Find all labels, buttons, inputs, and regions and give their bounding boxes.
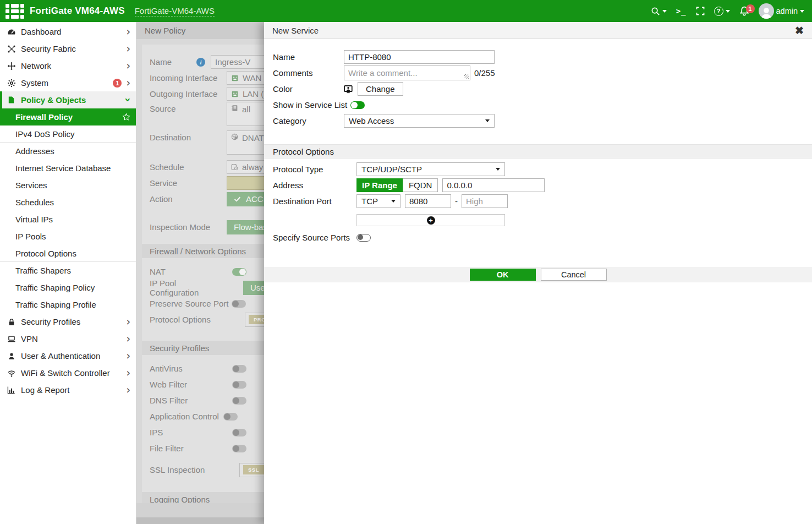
sidebar-item-security-fabric[interactable]: Security Fabric › bbox=[0, 40, 136, 57]
caret-down-icon bbox=[726, 10, 730, 13]
chevron-right-icon: › bbox=[126, 26, 130, 37]
sidebar-item-label: User & Authentication bbox=[21, 351, 100, 361]
ip-range-button[interactable]: IP Range bbox=[356, 178, 403, 192]
color-swatch-icon bbox=[344, 85, 353, 94]
sidebar-item-label: Security Fabric bbox=[21, 44, 76, 53]
sidebar-item-network[interactable]: Network › bbox=[0, 57, 136, 74]
security-fabric-icon bbox=[7, 45, 16, 53]
sidebar-item-security-profiles[interactable]: Security Profiles › bbox=[0, 313, 136, 330]
service-comments-row: Comments 0/255 bbox=[264, 65, 812, 81]
category-select[interactable]: Web Access bbox=[344, 114, 495, 128]
username-label: admin bbox=[776, 7, 798, 15]
terminal-icon: >_ bbox=[676, 7, 687, 15]
sidebar-item-protocol-options[interactable]: Protocol Options bbox=[0, 245, 136, 262]
sidebar-item-label: Traffic Shaping Policy bbox=[15, 283, 95, 292]
search-button[interactable] bbox=[651, 7, 667, 16]
show-in-service-list-toggle[interactable] bbox=[350, 101, 365, 109]
sidebar-item-wifi-switch-controller[interactable]: WiFi & Switch Controller › bbox=[0, 364, 136, 381]
notifications-button[interactable]: 1 bbox=[739, 6, 749, 16]
sidebar-item-log-report[interactable]: Log & Report › bbox=[0, 381, 136, 399]
chevron-right-icon: › bbox=[126, 385, 130, 395]
sidebar-item-services[interactable]: Services bbox=[0, 177, 136, 194]
sidebar-item-label: VPN bbox=[21, 334, 38, 343]
close-icon[interactable]: ✖ bbox=[795, 25, 804, 36]
destination-port-row: Destination Port TCP - bbox=[264, 193, 812, 209]
sidebar-item-policy-objects[interactable]: Policy & Objects › bbox=[0, 91, 136, 108]
change-color-button[interactable]: Change bbox=[358, 82, 403, 96]
sidebar-item-traffic-shaping-profile[interactable]: Traffic Shaping Profile bbox=[0, 296, 136, 313]
port-low-input[interactable] bbox=[405, 194, 451, 208]
caret-down-icon bbox=[391, 200, 396, 203]
star-icon[interactable] bbox=[122, 113, 130, 121]
caret-down-icon bbox=[662, 10, 667, 13]
sidebar-item-label: Internet Service Database bbox=[15, 163, 111, 173]
comments-textarea[interactable] bbox=[344, 66, 470, 80]
sidebar-item-system[interactable]: System 1 › bbox=[0, 74, 136, 91]
service-name-input[interactable] bbox=[344, 50, 495, 64]
chevron-down-icon: › bbox=[123, 98, 134, 102]
help-icon: ? bbox=[714, 7, 723, 16]
sidebar-item-traffic-shaping-policy[interactable]: Traffic Shaping Policy bbox=[0, 279, 136, 296]
new-service-dialog: New Service ✖ Name Comments 0/255 bbox=[264, 22, 812, 524]
sidebar-item-label: Dashboard bbox=[21, 27, 61, 36]
user-icon bbox=[7, 352, 16, 360]
chevron-right-icon: › bbox=[126, 43, 130, 54]
chevron-right-icon: › bbox=[126, 368, 130, 378]
plus-icon: + bbox=[427, 216, 435, 225]
sidebar-item-internet-service-database[interactable]: Internet Service Database bbox=[0, 160, 136, 177]
product-title: FortiGate VM64-AWS bbox=[30, 6, 125, 17]
add-port-range-button[interactable]: + bbox=[356, 214, 505, 226]
sidebar-nav: Dashboard › Security Fabric › Network › … bbox=[0, 22, 136, 524]
chevron-right-icon: › bbox=[126, 351, 130, 361]
protocol-options-header: Protocol Options bbox=[264, 144, 812, 159]
ip-range-input[interactable] bbox=[442, 178, 545, 192]
sidebar-item-label: Virtual IPs bbox=[15, 215, 53, 224]
sidebar-item-user-authentication[interactable]: User & Authentication › bbox=[0, 347, 136, 364]
laptop-icon bbox=[7, 335, 16, 343]
sidebar-item-ip-pools[interactable]: IP Pools bbox=[0, 228, 136, 245]
sidebar-item-label: Traffic Shapers bbox=[15, 266, 71, 275]
sidebar-item-dashboard[interactable]: Dashboard › bbox=[0, 23, 136, 40]
fortinet-logo-icon bbox=[6, 4, 24, 19]
fullscreen-button[interactable] bbox=[696, 7, 705, 15]
specify-source-ports-row: Specify Source Ports bbox=[264, 230, 812, 245]
protocol-type-row: Protocol Type TCP/UDP/SCTP bbox=[264, 161, 812, 177]
caret-down-icon bbox=[485, 119, 490, 122]
cancel-button[interactable]: Cancel bbox=[541, 269, 607, 281]
sidebar-item-traffic-shapers[interactable]: Traffic Shapers bbox=[0, 262, 136, 279]
content-area: New Policy Name i Ingress-V Incoming Int… bbox=[136, 22, 812, 524]
sidebar-item-ipv4-dos-policy[interactable]: IPv4 DoS Policy bbox=[0, 125, 136, 143]
cli-console-button[interactable]: >_ bbox=[676, 7, 687, 15]
sidebar-item-label: Policy & Objects bbox=[21, 95, 86, 105]
protocol-type-select[interactable]: TCP/UDP/SCTP bbox=[356, 162, 505, 176]
port-high-input[interactable] bbox=[462, 194, 508, 208]
comments-counter: 0/255 bbox=[474, 68, 495, 78]
lock-icon bbox=[7, 318, 16, 326]
sidebar-item-label: Network bbox=[21, 61, 51, 70]
sidebar-item-label: IP Pools bbox=[15, 232, 46, 241]
sidebar-item-label: IPv4 DoS Policy bbox=[15, 129, 75, 139]
address-row: Address IP Range FQDN bbox=[264, 177, 812, 193]
specify-source-ports-toggle[interactable] bbox=[356, 234, 371, 242]
sidebar-item-label: Services bbox=[15, 181, 47, 190]
sidebar-item-addresses[interactable]: Addresses bbox=[0, 143, 136, 160]
resize-grip-icon[interactable] bbox=[464, 74, 469, 79]
system-alert-badge: 1 bbox=[113, 79, 122, 88]
sidebar-item-vpn[interactable]: VPN › bbox=[0, 330, 136, 347]
user-menu-button[interactable]: admin bbox=[759, 3, 805, 19]
gear-icon bbox=[7, 79, 16, 88]
hostname-link[interactable]: FortiGate-VM64-AWS bbox=[135, 6, 215, 17]
chevron-right-icon: › bbox=[126, 334, 130, 344]
fqdn-button[interactable]: FQDN bbox=[403, 178, 438, 192]
sidebar-item-schedules[interactable]: Schedules bbox=[0, 194, 136, 211]
help-button[interactable]: ? bbox=[714, 7, 730, 16]
sidebar-item-label: Security Profiles bbox=[21, 317, 80, 326]
dest-protocol-select[interactable]: TCP bbox=[356, 194, 400, 208]
sidebar-item-virtual-ips[interactable]: Virtual IPs bbox=[0, 211, 136, 228]
sidebar-item-firewall-policy[interactable]: Firewall Policy bbox=[0, 108, 136, 125]
ok-button[interactable]: OK bbox=[470, 269, 536, 281]
dialog-footer: OK Cancel bbox=[264, 267, 812, 282]
service-name-row: Name bbox=[264, 49, 812, 65]
caret-down-icon bbox=[496, 168, 500, 171]
sidebar-item-label: WiFi & Switch Controller bbox=[21, 368, 110, 378]
